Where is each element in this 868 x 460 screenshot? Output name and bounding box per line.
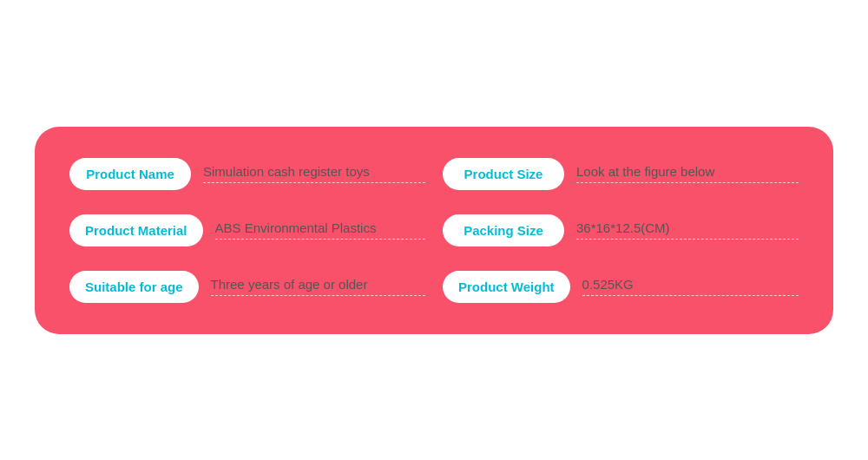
field-row-suitable-age: Suitable for ageThree years of age or ol… <box>69 271 425 303</box>
value-wrapper-suitable-age: Three years of age or older <box>211 277 425 296</box>
label-suitable-age: Suitable for age <box>69 271 199 303</box>
value-wrapper-packing-size: 36*16*12.5(CM) <box>576 220 799 240</box>
product-info-card: Product NameSimulation cash register toy… <box>35 127 833 334</box>
field-row-packing-size: Packing Size36*16*12.5(CM) <box>443 214 799 246</box>
value-product-weight: 0.525KG <box>582 277 799 292</box>
value-product-material: ABS Environmental Plastics <box>215 220 425 235</box>
value-wrapper-product-size: Look at the figure below <box>576 164 799 183</box>
value-product-name: Simulation cash register toys <box>203 164 425 179</box>
label-product-size: Product Size <box>443 158 564 190</box>
label-packing-size: Packing Size <box>443 214 564 246</box>
field-row-product-name: Product NameSimulation cash register toy… <box>69 158 425 190</box>
value-product-size: Look at the figure below <box>576 164 799 179</box>
label-product-name: Product Name <box>69 158 191 190</box>
value-wrapper-product-weight: 0.525KG <box>582 277 799 296</box>
label-product-weight: Product Weight <box>443 271 570 303</box>
fields-grid: Product NameSimulation cash register toy… <box>69 158 799 303</box>
label-product-material: Product Material <box>69 214 203 246</box>
value-wrapper-product-name: Simulation cash register toys <box>203 164 425 183</box>
value-packing-size: 36*16*12.5(CM) <box>576 220 799 235</box>
value-suitable-age: Three years of age or older <box>211 277 425 292</box>
field-row-product-weight: Product Weight0.525KG <box>443 271 799 303</box>
value-wrapper-product-material: ABS Environmental Plastics <box>215 220 425 240</box>
field-row-product-size: Product SizeLook at the figure below <box>443 158 799 190</box>
field-row-product-material: Product MaterialABS Environmental Plasti… <box>69 214 425 246</box>
